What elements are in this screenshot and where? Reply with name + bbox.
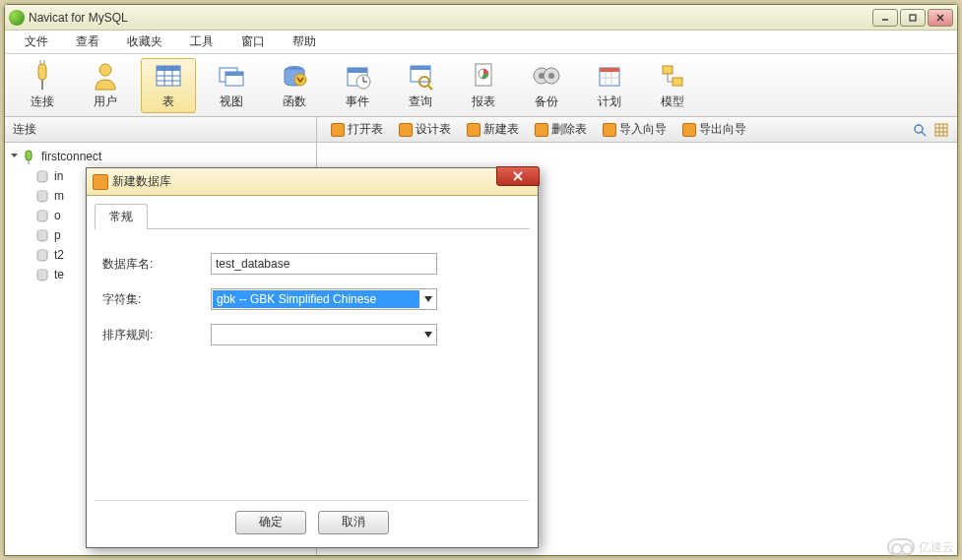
new-database-dialog: 新建数据库 常规 数据库名: 字符集: gbk -- GBK Simplifie… <box>86 167 539 548</box>
action-delete-table[interactable]: 删除表 <box>529 119 593 140</box>
app-icon <box>9 10 25 26</box>
tree-root[interactable]: firstconnect <box>5 147 316 166</box>
svg-rect-4 <box>38 64 46 80</box>
menubar: 文件 查看 收藏夹 工具 窗口 帮助 <box>5 31 957 54</box>
action-import-wizard[interactable]: 导入向导 <box>597 119 673 140</box>
svg-rect-17 <box>225 72 243 76</box>
tool-query[interactable]: 查询 <box>393 58 448 113</box>
close-button[interactable] <box>928 9 953 27</box>
report-icon <box>468 60 499 92</box>
svg-rect-46 <box>935 124 947 136</box>
svg-rect-21 <box>348 68 367 73</box>
function-icon <box>279 60 310 92</box>
svg-point-34 <box>548 73 554 79</box>
svg-rect-1 <box>910 15 916 21</box>
svg-rect-36 <box>600 68 619 72</box>
menu-file[interactable]: 文件 <box>11 31 62 53</box>
database-icon <box>34 267 50 282</box>
svg-line-45 <box>922 132 926 136</box>
database-icon <box>34 227 50 243</box>
database-icon <box>34 168 50 184</box>
dialog-icon <box>93 174 108 190</box>
dialog-body: 常规 数据库名: 字符集: gbk -- GBK Simplified Chin… <box>87 196 538 547</box>
collation-label: 排序规则: <box>102 327 211 343</box>
database-icon <box>34 188 50 204</box>
schedule-icon <box>594 60 625 92</box>
charset-label: 字符集: <box>102 291 211 308</box>
tool-table[interactable]: 表 <box>141 58 196 113</box>
minimize-button[interactable] <box>872 9 898 27</box>
database-icon <box>34 208 50 223</box>
dialog-button-bar: 确定 取消 <box>95 500 530 539</box>
view-icon <box>216 60 247 92</box>
action-export-wizard[interactable]: 导出向导 <box>676 119 752 140</box>
sub-toolbar: 连接 打开表 设计表 新建表 删除表 导入向导 导出向导 <box>5 117 957 143</box>
event-icon <box>342 60 373 92</box>
titlebar[interactable]: Navicat for MySQL <box>5 5 957 31</box>
import-icon <box>603 123 616 137</box>
table-icon <box>153 60 184 92</box>
action-design-table[interactable]: 设计表 <box>393 119 457 140</box>
svg-point-8 <box>99 64 111 76</box>
query-icon <box>405 60 436 92</box>
model-icon <box>657 60 688 92</box>
dialog-titlebar[interactable]: 新建数据库 <box>87 168 538 196</box>
chevron-down-icon[interactable] <box>420 289 436 309</box>
new-table-icon <box>467 123 481 137</box>
db-name-label: 数据库名: <box>102 256 211 273</box>
main-toolbar: 连接 用户 表 视图 函数 事件 查询 报表 备份 计划 模型 <box>5 54 957 117</box>
watermark-icon <box>887 538 915 556</box>
menu-view[interactable]: 查看 <box>62 31 113 53</box>
delete-table-icon <box>535 123 548 137</box>
svg-rect-26 <box>411 66 430 70</box>
tool-backup[interactable]: 备份 <box>519 58 574 113</box>
user-icon <box>90 60 121 92</box>
action-open-table[interactable]: 打开表 <box>325 119 389 140</box>
svg-line-28 <box>428 86 432 90</box>
menu-favorites[interactable]: 收藏夹 <box>113 31 176 53</box>
chevron-down-icon[interactable] <box>420 325 436 344</box>
action-new-table[interactable]: 新建表 <box>461 119 525 140</box>
tab-general[interactable]: 常规 <box>95 204 148 229</box>
backup-icon <box>531 60 562 92</box>
export-icon <box>682 123 696 137</box>
tool-connection[interactable]: 连接 <box>15 58 70 113</box>
dialog-form: 数据库名: 字符集: gbk -- GBK Simplified Chinese… <box>95 229 530 500</box>
tool-report[interactable]: 报表 <box>456 58 511 113</box>
collapse-icon[interactable] <box>9 152 20 162</box>
db-name-input[interactable] <box>211 253 437 275</box>
svg-point-44 <box>915 125 923 133</box>
plug-icon <box>27 60 58 92</box>
search-icon[interactable] <box>912 122 928 138</box>
svg-rect-41 <box>673 78 682 86</box>
menu-help[interactable]: 帮助 <box>279 31 330 53</box>
cancel-button[interactable]: 取消 <box>318 511 389 534</box>
tool-user[interactable]: 用户 <box>78 58 133 113</box>
window-title: Navicat for MySQL <box>29 11 872 25</box>
collation-value <box>213 326 419 343</box>
tool-model[interactable]: 模型 <box>645 58 700 113</box>
collation-combo[interactable] <box>211 324 437 345</box>
grid-icon[interactable] <box>933 122 949 138</box>
ok-button[interactable]: 确定 <box>235 511 306 534</box>
dialog-close-button[interactable] <box>496 166 540 186</box>
maximize-button[interactable] <box>900 9 926 27</box>
svg-rect-40 <box>663 66 673 74</box>
tool-function[interactable]: 函数 <box>267 58 322 113</box>
menu-tools[interactable]: 工具 <box>176 31 227 53</box>
design-table-icon <box>399 123 413 137</box>
database-icon <box>34 247 50 263</box>
tree-root-label: firstconnect <box>41 150 101 163</box>
dialog-tabs: 常规 <box>95 204 530 229</box>
menu-window[interactable]: 窗口 <box>227 31 279 53</box>
connection-icon <box>22 149 37 164</box>
tool-event[interactable]: 事件 <box>330 58 385 113</box>
watermark: 亿速云 <box>887 538 954 556</box>
charset-combo[interactable]: gbk -- GBK Simplified Chinese <box>211 288 437 310</box>
charset-value: gbk -- GBK Simplified Chinese <box>213 290 419 308</box>
tool-schedule[interactable]: 计划 <box>582 58 637 113</box>
svg-point-19 <box>294 74 306 86</box>
svg-rect-51 <box>26 151 32 160</box>
connection-panel-label: 连接 <box>5 117 317 142</box>
tool-view[interactable]: 视图 <box>204 58 259 113</box>
